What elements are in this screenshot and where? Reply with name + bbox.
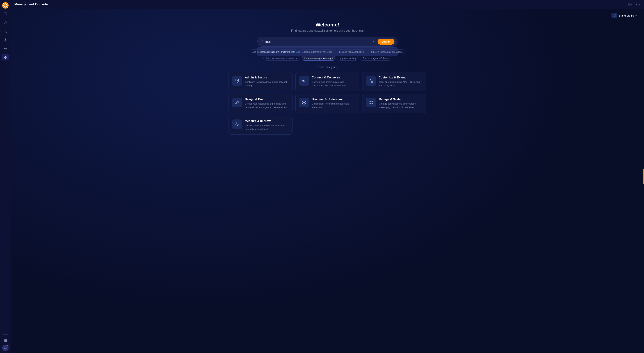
filter-tag[interactable]: Expand automation coverage — [299, 50, 335, 54]
svg-point-57 — [6, 339, 7, 340]
svg-rect-82 — [369, 101, 370, 102]
sidebar-item-tags[interactable] — [2, 20, 9, 26]
shield-icon — [232, 76, 242, 86]
category-description: Analyze and improve experiences from a d… — [245, 124, 289, 131]
explore-label: Explore categories: — [18, 66, 637, 69]
sidebar-item-settings[interactable] — [2, 54, 9, 61]
filter-tag[interactable]: Improve manager oversight — [302, 56, 336, 61]
notification-badge — [7, 345, 9, 346]
category-title: Admin & Secure — [245, 76, 289, 79]
accent-bar — [643, 169, 644, 184]
categories-grid: Admin & SecureConfigure Conversational C… — [228, 72, 426, 113]
category-title: Discover & Understand — [312, 98, 356, 101]
svg-rect-68 — [613, 14, 616, 16]
category-card-measure-improve[interactable]: Measure & ImproveAnalyze and improve exp… — [228, 116, 292, 135]
category-title: Measure & Improve — [245, 120, 289, 123]
svg-rect-85 — [369, 103, 370, 104]
category-description: Gain insight to consumer needs and inten… — [312, 102, 356, 109]
categories-bottom: Measure & ImproveAnalyze and improve exp… — [228, 116, 426, 135]
svg-point-66 — [636, 3, 640, 6]
brand-profile-button[interactable]: Brand profile ▾ — [612, 13, 637, 18]
svg-point-62 — [5, 341, 6, 342]
svg-rect-51 — [4, 57, 4, 58]
chat-icon — [299, 76, 309, 86]
discover-icon — [299, 98, 309, 107]
svg-point-58 — [4, 340, 4, 340]
category-description: Connect and communicate with consumers o… — [312, 80, 356, 87]
filter-tag[interactable]: Analyze data — [279, 50, 298, 54]
sidebar-item-conversations[interactable] — [2, 11, 9, 17]
welcome-section: Welcome! Find features and capabilities … — [18, 22, 637, 32]
help-icon[interactable] — [635, 2, 640, 7]
svg-point-64 — [5, 347, 6, 348]
svg-marker-65 — [628, 3, 632, 4]
svg-rect-84 — [371, 103, 372, 104]
welcome-subtitle: Find features and capabilities to help d… — [18, 29, 637, 32]
sidebar-item-apps[interactable] — [2, 337, 9, 344]
topbar: Management Console — [11, 0, 644, 9]
category-title: Customize & Extend — [379, 76, 422, 79]
svg-rect-52 — [5, 56, 6, 57]
search-clear-button[interactable]: × — [372, 40, 376, 44]
svg-point-60 — [6, 340, 7, 340]
category-card-admin-secure[interactable]: Admin & SecureConfigure Conversational C… — [228, 72, 292, 91]
search-container: × Search Mutual TLS Self Service (mTLS) — [257, 37, 398, 47]
svg-point-48 — [5, 57, 6, 58]
svg-rect-53 — [5, 58, 6, 59]
app-title: Management Console — [14, 3, 48, 6]
category-card-manage-scale[interactable]: Manage & ScaleManage conversations and o… — [362, 94, 426, 113]
svg-point-63 — [6, 341, 7, 342]
filter-tags: Add popular channelsAnalyze dataExpand a… — [246, 50, 408, 61]
filter-tag[interactable]: Add popular channels — [250, 50, 278, 54]
svg-point-71 — [261, 40, 263, 42]
svg-line-72 — [262, 42, 263, 42]
category-card-customize-extend[interactable]: Customize & ExtendTailor operations usin… — [362, 72, 426, 91]
category-card-design-build[interactable]: Design & BuildCreate your messaging expe… — [228, 94, 292, 113]
filter-tag[interactable]: Optimize agent efficiency — [360, 56, 392, 61]
layers-icon[interactable] — [628, 2, 632, 7]
filter-tag[interactable]: Improve Messaging operations — [368, 50, 405, 54]
filter-tag[interactable]: Improve routing — [337, 56, 358, 61]
category-title: Design & Build — [245, 98, 289, 101]
svg-rect-83 — [371, 101, 372, 102]
svg-point-56 — [5, 339, 6, 340]
chart-icon — [232, 120, 242, 129]
svg-point-61 — [4, 341, 4, 342]
sidebar — [0, 0, 11, 353]
search-input[interactable] — [265, 40, 370, 43]
svg-point-59 — [5, 340, 6, 340]
brand-profile-label: Brand profile — [619, 14, 634, 17]
search-button[interactable]: Search — [378, 39, 394, 45]
search-icon — [260, 40, 264, 44]
category-description: Create your messaging experience and per… — [245, 102, 289, 109]
filter-tag[interactable]: Improve consumer experience — [264, 56, 300, 61]
welcome-title: Welcome! — [18, 22, 637, 28]
svg-point-55 — [4, 339, 4, 340]
category-description: Configure Conversational Cloud account s… — [245, 80, 289, 87]
user-avatar[interactable] — [2, 345, 9, 351]
sidebar-item-integrations[interactable] — [2, 37, 9, 43]
filter-tag[interactable]: Expand rich capabilities — [336, 50, 366, 54]
category-card-connect-converse[interactable]: Connect & ConverseConnect and communicat… — [296, 72, 360, 91]
category-card-discover-understand[interactable]: Discover & UnderstandGain insight to con… — [296, 94, 360, 113]
category-title: Connect & Converse — [312, 76, 356, 79]
tools-icon — [232, 98, 242, 107]
svg-point-46 — [5, 30, 6, 31]
sidebar-item-users[interactable] — [2, 28, 9, 35]
sidebar-item-analytics[interactable] — [2, 45, 9, 52]
svg-rect-77 — [369, 79, 370, 80]
sidebar-divider — [3, 334, 8, 335]
manage-icon — [366, 98, 376, 107]
app-logo[interactable] — [2, 2, 9, 10]
svg-point-47 — [5, 40, 6, 41]
extend-icon — [366, 76, 376, 86]
main-content: Brand profile ▾ Welcome! Find features a… — [11, 9, 644, 353]
chevron-down-icon: ▾ — [635, 14, 637, 17]
category-description: Tailor operations using APIs, SDKs, and … — [379, 80, 422, 87]
brand-profile-icon — [612, 13, 617, 18]
svg-rect-54 — [6, 57, 7, 58]
search-box: × Search — [257, 37, 398, 47]
category-description: Manage conversations and oversee messagi… — [379, 102, 422, 109]
category-title: Manage & Scale — [379, 98, 422, 101]
